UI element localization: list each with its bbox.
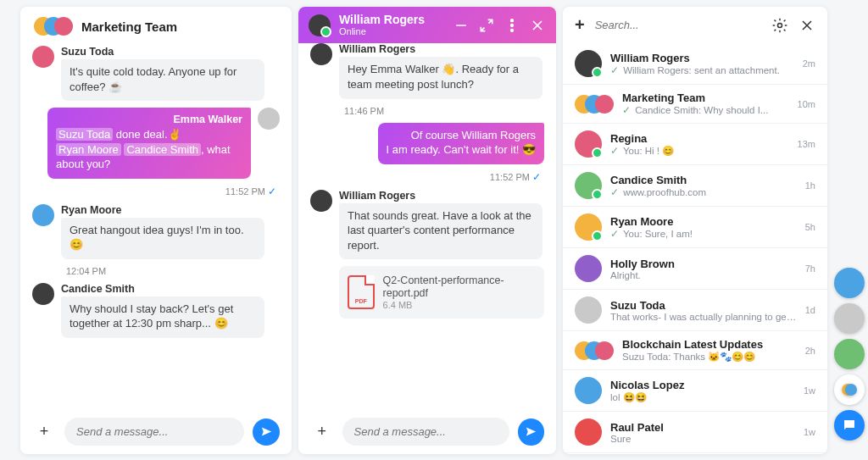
conversation-preview: ✓ Candice Smith: Why should I...: [622, 104, 789, 116]
read-check-icon: ✓: [532, 171, 541, 183]
message-outgoing: Emma Walker Suzu Toda done deal.✌️ Ryan …: [32, 108, 280, 179]
conversation-name: Ryan Moore: [610, 215, 797, 228]
conversation-name: Marketing Team: [622, 91, 789, 104]
message-input[interactable]: [64, 418, 244, 446]
message: Suzu Toda It's quite cold today. Anyone …: [32, 46, 280, 101]
conversation-time: 10m: [798, 99, 815, 109]
conversations-header: +: [563, 7, 827, 43]
conversation-name: Nicolas Lopez: [610, 379, 795, 391]
conversation-item[interactable]: Nicolas Lopez lol 😆😆1w: [563, 370, 827, 412]
sender-name: Emma Walker: [56, 113, 242, 127]
sender-name: Candice Smith: [61, 283, 264, 295]
message-bubble: Hey Emma Walker 👋. Ready for a team meet…: [339, 57, 542, 98]
conversation-name: Regina: [610, 132, 789, 145]
attach-button[interactable]: +: [32, 420, 56, 444]
avatar: [575, 418, 602, 446]
attachment[interactable]: Q2-Content-performance-report.pdf 6.4 MB: [339, 266, 544, 319]
read-check-icon: ✓: [268, 186, 276, 197]
timestamp: 11:52 PM ✓: [310, 171, 544, 183]
more-button[interactable]: [504, 17, 520, 34]
conversation-item[interactable]: Candice Smith✓ www.proofhub.com1h: [563, 165, 827, 207]
send-icon: [260, 425, 273, 438]
dm-header: William Rogers Online: [298, 7, 556, 43]
conversation-time: 2h: [805, 346, 815, 356]
conversation-item[interactable]: Regina✓ You: Hi ! 😊13m: [563, 124, 827, 165]
close-icon: [529, 17, 546, 34]
conversation-name: Raul Patel: [610, 421, 795, 434]
gear-icon: [771, 17, 788, 34]
message-input[interactable]: [342, 418, 509, 446]
conversation-item[interactable]: Holly Brown Alright.7h: [563, 248, 827, 290]
send-button[interactable]: [253, 418, 280, 446]
conversation-preview: Suzu Toda: Thanks 🐱🐾😊😊: [622, 351, 797, 363]
conversation-name: Suzu Toda: [610, 299, 797, 312]
avatar: [575, 377, 602, 404]
group-avatars: [34, 17, 73, 36]
timestamp: 11:52 PM ✓: [32, 186, 280, 197]
conversation-time: 1w: [804, 427, 815, 437]
conversation-preview: ✓ You: Hi ! 😊: [610, 145, 789, 157]
avatar: [575, 95, 614, 114]
close-button[interactable]: [529, 17, 546, 34]
conversation-list: William Rogers✓ William Rogers: sent an …: [563, 43, 827, 454]
message-bubble: Emma Walker Suzu Toda done deal.✌️ Ryan …: [47, 108, 251, 179]
settings-button[interactable]: [771, 17, 788, 34]
conversation-name: Candice Smith: [610, 174, 797, 186]
minimize-icon: [453, 17, 470, 34]
message-bubble: Why should I stay back? Let's get togeth…: [61, 297, 264, 338]
conversation-preview: ✓ You: Sure, I am!: [610, 228, 797, 240]
attachment-name: Q2-Content-performance-report.pdf: [383, 274, 536, 300]
conversation-item[interactable]: Raul Patel Sure1w: [563, 412, 827, 453]
avatar: [575, 172, 602, 199]
avatar: [32, 204, 54, 226]
message-bubble: Great hangout idea guys! I'm in too.😊: [61, 218, 264, 259]
send-button[interactable]: [518, 418, 544, 446]
conversation-item[interactable]: Suzu Toda That works- I was actually pla…: [563, 290, 827, 331]
conversation-preview: That works- I was actually planning to g…: [610, 312, 797, 322]
open-chat-button[interactable]: [834, 410, 865, 441]
conversations-panel: + William Rogers✓ William Rogers: sent a…: [563, 7, 827, 454]
minimize-button[interactable]: [453, 17, 470, 34]
avatar: [309, 14, 331, 36]
search-input[interactable]: [595, 19, 761, 31]
message: William Rogers That sounds great. Have a…: [310, 190, 544, 319]
message-bubble: It's quite cold today. Anyone up for cof…: [61, 59, 264, 101]
conversation-item[interactable]: Marketing Team✓ Candice Smith: Why shoul…: [563, 85, 827, 124]
conversation-time: 2m: [803, 58, 815, 69]
group-messages: Suzu Toda It's quite cold today. Anyone …: [20, 46, 292, 409]
conversation-preview: Sure: [610, 434, 795, 444]
svg-point-1: [511, 24, 514, 26]
close-button[interactable]: [798, 17, 815, 34]
conversation-name: Holly Brown: [610, 258, 797, 270]
avatar: [575, 341, 614, 360]
conversation-time: 13m: [798, 139, 815, 149]
conversation-name: Blockchain Latest Updates: [622, 338, 797, 351]
quick-avatar-group[interactable]: [834, 374, 865, 405]
avatar: [575, 297, 602, 324]
avatar: [575, 50, 602, 77]
new-chat-button[interactable]: +: [575, 15, 585, 35]
quick-avatar[interactable]: [834, 268, 865, 298]
conversation-preview: lol 😆😆: [610, 391, 795, 403]
conversation-item[interactable]: William Rogers✓ William Rogers: sent an …: [563, 43, 827, 85]
avatar: [310, 190, 332, 212]
conversation-preview: ✓ William Rogers: sent an attachment.: [610, 64, 794, 76]
sender-name: William Rogers: [339, 43, 542, 55]
expand-button[interactable]: [478, 17, 495, 34]
composer: +: [298, 409, 556, 454]
conversation-time: 1h: [805, 180, 815, 191]
quick-avatar[interactable]: [834, 303, 865, 334]
message: William Rogers Hey Emma Walker 👋. Ready …: [310, 43, 544, 98]
composer: +: [20, 409, 292, 454]
dm-title: William Rogers: [339, 14, 444, 26]
message: Ryan Moore Great hangout idea guys! I'm …: [32, 204, 280, 259]
conversation-time: 5h: [805, 222, 815, 232]
attach-button[interactable]: +: [310, 420, 334, 444]
pdf-icon: [348, 275, 375, 309]
conversation-item[interactable]: Ryan Moore✓ You: Sure, I am!5h: [563, 207, 827, 248]
message-outgoing: Of course William Rogers I am ready. Can…: [310, 123, 544, 164]
sender-name: William Rogers: [339, 190, 544, 202]
conversation-item[interactable]: Blockchain Latest Updates Suzu Toda: Tha…: [563, 331, 827, 370]
quick-avatar[interactable]: [834, 339, 865, 369]
avatar: [575, 130, 602, 158]
